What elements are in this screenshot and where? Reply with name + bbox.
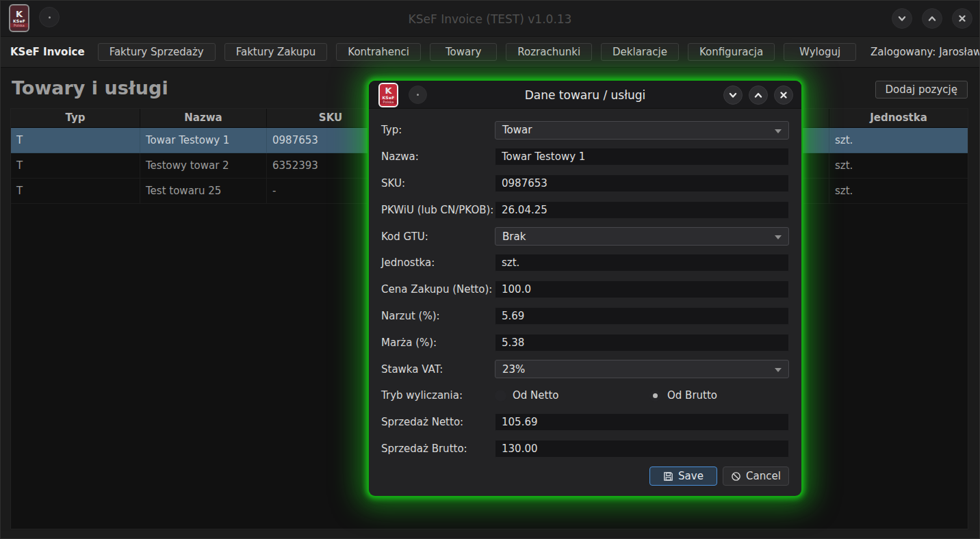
field-label-pkwiu: PKWiU (lub CN/PKOB): bbox=[381, 204, 495, 216]
maximize-button[interactable] bbox=[922, 8, 942, 29]
field-label-narzut: Narzut (%): bbox=[381, 310, 495, 322]
field-label-marza: Marża (%): bbox=[381, 337, 495, 349]
stawka-vat-select-value: 23% bbox=[502, 363, 525, 376]
dialog-minimize-button[interactable] bbox=[723, 86, 743, 105]
window-title: KSeF Invoice (TEST) v1.0.13 bbox=[1, 1, 979, 37]
cell-jednostka: szt. bbox=[829, 128, 968, 153]
menu-faktury-sprzedazy[interactable]: Faktury Sprzedaży bbox=[98, 43, 216, 61]
app-logo-icon: K KSeF Polska bbox=[9, 4, 29, 32]
chevron-down-icon bbox=[775, 235, 782, 239]
save-button[interactable]: Save bbox=[649, 466, 717, 486]
dialog-titlebar: K KSeF Polska Dane towaru / usługi bbox=[369, 81, 801, 109]
chevron-down-icon bbox=[730, 94, 736, 97]
field-label-cena-zakupu: Cena Zakupu (Netto): bbox=[381, 283, 495, 295]
cell-nazwa: Testowy towar 2 bbox=[140, 153, 267, 179]
save-floppy-icon bbox=[663, 471, 673, 482]
cell-nazwa: Towar Testowy 1 bbox=[140, 128, 267, 153]
menubar: KSeF Invoice Faktury Sprzedaży Faktury Z… bbox=[1, 37, 979, 68]
cell-typ: T bbox=[11, 153, 140, 179]
jednostka-input[interactable] bbox=[495, 254, 789, 272]
brand-label: KSeF Invoice bbox=[10, 46, 85, 58]
close-button[interactable] bbox=[952, 8, 972, 29]
window-bottom-strip bbox=[1, 531, 979, 539]
add-item-button[interactable]: Dodaj pozycję bbox=[875, 81, 968, 98]
kod-gtu-select-value: Brak bbox=[502, 231, 526, 243]
menu-wyloguj[interactable]: Wyloguj bbox=[784, 43, 856, 61]
page-title: Towary i usługi bbox=[12, 77, 168, 98]
field-label-typ: Typ: bbox=[381, 124, 495, 136]
radio-checked-icon[interactable] bbox=[649, 390, 661, 402]
window-menu-button[interactable] bbox=[39, 7, 60, 27]
chevron-up-icon bbox=[756, 94, 761, 97]
stawka-vat-select[interactable]: 23% bbox=[495, 360, 789, 378]
radio-od-brutto[interactable]: Od Brutto bbox=[649, 389, 717, 402]
chevron-up-icon bbox=[929, 17, 935, 21]
cell-jednostka: szt. bbox=[829, 153, 968, 179]
radio-od-netto-label: Od Netto bbox=[513, 389, 559, 402]
cancel-label: Cancel bbox=[746, 470, 781, 482]
chevron-down-icon bbox=[775, 129, 782, 133]
typ-select-value: Towar bbox=[502, 124, 532, 136]
radio-od-brutto-label: Od Brutto bbox=[667, 389, 717, 402]
sku-input[interactable] bbox=[495, 174, 789, 192]
app-window: KSeF Invoice (TEST) v1.0.13 K KSeF Polsk… bbox=[0, 0, 980, 539]
kod-gtu-select[interactable]: Brak bbox=[495, 227, 789, 246]
chevron-down-icon bbox=[775, 368, 782, 372]
field-label-tryb-wyliczania: Tryb wyliczania: bbox=[381, 389, 495, 402]
field-label-sku: SKU: bbox=[381, 177, 495, 189]
cancel-button[interactable]: Cancel bbox=[723, 466, 789, 486]
menu-konfiguracja[interactable]: Konfiguracja bbox=[688, 43, 775, 61]
cena-zakupu-input[interactable] bbox=[495, 280, 789, 298]
close-icon bbox=[957, 14, 967, 23]
product-dialog: K KSeF Polska Dane towaru / usługi T bbox=[369, 81, 801, 496]
menu-kontrahenci[interactable]: Kontrahenci bbox=[336, 43, 421, 61]
field-label-sprzedaz-netto: Sprzedaż Netto: bbox=[381, 416, 495, 428]
dialog-body: Typ: Towar Nazwa: SKU: PKWiU (lub CN/PKO… bbox=[369, 109, 801, 496]
col-header-jednostka[interactable]: Jednostka bbox=[829, 109, 968, 127]
narzut-input[interactable] bbox=[495, 307, 789, 325]
main-titlebar: KSeF Invoice (TEST) v1.0.13 K KSeF Polsk… bbox=[1, 1, 979, 37]
field-label-stawka-vat: Stawka VAT: bbox=[381, 363, 495, 376]
cell-typ: T bbox=[11, 179, 140, 204]
sprzedaz-brutto-input[interactable] bbox=[495, 440, 789, 458]
col-header-typ[interactable]: Typ bbox=[11, 109, 140, 127]
dialog-close-button[interactable] bbox=[774, 86, 793, 105]
logged-in-label: Zalogowany: Jarosław Dyszczyński bbox=[871, 46, 980, 58]
cancel-slash-icon bbox=[731, 471, 741, 482]
menu-towary[interactable]: Towary bbox=[430, 43, 497, 61]
close-icon bbox=[779, 90, 788, 100]
cell-jednostka: szt. bbox=[829, 179, 968, 204]
field-label-jednostka: Jednostka: bbox=[381, 257, 495, 269]
sprzedaz-netto-input[interactable] bbox=[495, 413, 789, 431]
menu-deklaracje[interactable]: Deklaracje bbox=[601, 43, 679, 61]
col-header-nazwa[interactable]: Nazwa bbox=[140, 109, 267, 127]
minimize-button[interactable] bbox=[892, 8, 912, 29]
field-label-sprzedaz-brutto: Sprzedaż Brutto: bbox=[381, 443, 495, 455]
radio-od-netto[interactable]: Od Netto bbox=[495, 389, 649, 402]
cell-typ: T bbox=[11, 128, 140, 153]
nazwa-input[interactable] bbox=[495, 148, 789, 166]
marza-input[interactable] bbox=[495, 334, 789, 352]
dialog-maximize-button[interactable] bbox=[749, 86, 768, 105]
chevron-down-icon bbox=[899, 17, 905, 21]
menu-faktury-zakupu[interactable]: Faktury Zakupu bbox=[224, 43, 328, 61]
save-label: Save bbox=[678, 470, 704, 482]
menu-rozrachunki[interactable]: Rozrachunki bbox=[506, 43, 592, 61]
field-label-kod-gtu: Kod GTU: bbox=[381, 231, 495, 243]
pkwiu-input[interactable] bbox=[495, 201, 789, 219]
typ-select[interactable]: Towar bbox=[495, 121, 789, 140]
cell-nazwa: Test towaru 25 bbox=[140, 179, 267, 204]
field-label-nazwa: Nazwa: bbox=[381, 150, 495, 163]
radio-icon[interactable] bbox=[495, 390, 506, 402]
